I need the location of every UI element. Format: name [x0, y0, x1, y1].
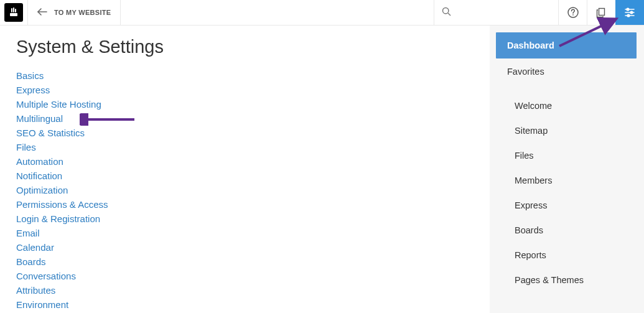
settings-link-optimization[interactable]: Optimization [16, 183, 475, 197]
settings-link-login-registration[interactable]: Login & Registration [16, 212, 475, 226]
panel-item-pages-themes[interactable]: Pages & Themes [500, 268, 633, 292]
pages-icon [596, 7, 607, 18]
settings-link-files[interactable]: Files [16, 140, 475, 154]
svg-point-15 [627, 14, 630, 17]
settings-link-automation[interactable]: Automation [16, 154, 475, 169]
settings-link-list: Basics Express Multiple Site Hosting Mul… [16, 68, 475, 313]
help-icon [567, 7, 579, 18]
page-title: System & Settings [16, 37, 475, 57]
panel-item-members[interactable]: Members [500, 168, 633, 193]
help-button[interactable] [558, 0, 587, 25]
svg-point-13 [630, 11, 633, 14]
panel-item-boards[interactable]: Boards [500, 218, 633, 243]
back-to-site-label: TO MY WEBSITE [54, 9, 111, 16]
panel-item-files[interactable]: Files [500, 143, 633, 168]
svg-line-6 [448, 13, 450, 16]
settings-panel-button[interactable] [615, 0, 644, 25]
panel-item-welcome[interactable]: Welcome [500, 93, 633, 118]
back-to-site-button[interactable]: TO MY WEBSITE [28, 0, 121, 25]
sliders-icon [624, 7, 635, 17]
dashboard-panel: Dashboard Favorites Welcome Sitemap File… [490, 26, 644, 313]
arrow-left-icon [37, 7, 48, 17]
svg-point-5 [443, 7, 449, 13]
settings-link-basics[interactable]: Basics [16, 68, 475, 83]
settings-link-express[interactable]: Express [16, 83, 475, 97]
settings-link-email[interactable]: Email [16, 226, 475, 240]
svg-point-8 [572, 14, 574, 16]
panel-items: Welcome Sitemap Files Members Express Bo… [496, 85, 637, 292]
settings-link-multilingual[interactable]: Multilingual [16, 111, 475, 126]
panel-header-dashboard[interactable]: Dashboard [496, 32, 637, 58]
settings-link-multiple-site-hosting[interactable]: Multiple Site Hosting [16, 97, 475, 111]
settings-link-seo-statistics[interactable]: SEO & Statistics [16, 126, 475, 140]
main-content: System & Settings Basics Express Multipl… [0, 26, 490, 313]
settings-link-conversations[interactable]: Conversations [16, 269, 475, 283]
main-layout: System & Settings Basics Express Multipl… [0, 26, 644, 313]
search-input[interactable] [455, 7, 551, 17]
svg-rect-2 [13, 7, 14, 12]
settings-link-permissions-access[interactable]: Permissions & Access [16, 197, 475, 212]
settings-link-attributes[interactable]: Attributes [16, 283, 475, 297]
settings-link-boards[interactable]: Boards [16, 255, 475, 269]
svg-rect-1 [11, 8, 12, 12]
settings-link-environment[interactable]: Environment [16, 297, 475, 312]
top-toolbar: TO MY WEBSITE [0, 0, 644, 26]
svg-rect-3 [15, 9, 16, 12]
toolbar-spacer [121, 0, 434, 25]
panel-item-sitemap[interactable]: Sitemap [500, 118, 633, 143]
svg-rect-0 [10, 13, 17, 16]
logo-button[interactable] [0, 0, 28, 25]
panel-header-favorites[interactable]: Favorites [496, 58, 637, 85]
search-icon [442, 7, 451, 19]
svg-rect-9 [599, 8, 605, 15]
pages-button[interactable] [587, 0, 615, 25]
panel-item-reports[interactable]: Reports [500, 243, 633, 268]
settings-link-notification[interactable]: Notification [16, 169, 475, 183]
svg-point-11 [627, 8, 629, 11]
settings-link-calendar[interactable]: Calendar [16, 240, 475, 255]
panel-item-express[interactable]: Express [500, 193, 633, 218]
concrete-logo-icon [4, 3, 23, 22]
search-field[interactable] [434, 0, 558, 25]
